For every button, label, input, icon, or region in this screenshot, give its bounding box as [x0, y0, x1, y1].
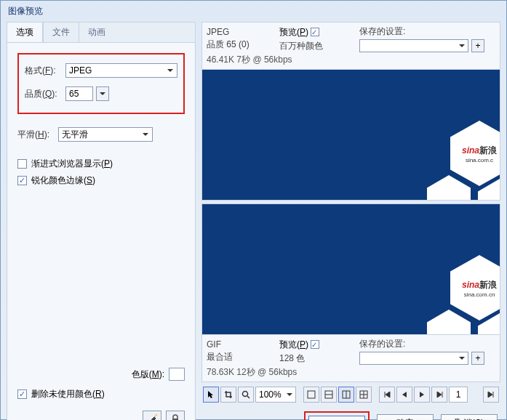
progressive-label: 渐进式浏览器显示(P): [31, 158, 113, 170]
p2-preview-image[interactable]: sina新浪 sina.com.cn: [202, 204, 500, 335]
remove-unused-label: 删除未使用颜色(R): [31, 388, 105, 400]
palette-swatch[interactable]: [169, 368, 185, 381]
quality-dropdown-button[interactable]: [96, 86, 109, 101]
quality-input[interactable]: 65: [65, 86, 93, 101]
p1-preview-image[interactable]: sina新浪 sina.com.c: [202, 69, 500, 200]
left-panel: 选项 文件 动画 格式(F): JPEG 品质(Q): 65: [7, 22, 196, 420]
first-frame-button[interactable]: [379, 387, 395, 403]
p2-stats: 78.63K 12秒 @ 56kbps: [207, 366, 495, 379]
format-select[interactable]: JPEG: [65, 63, 177, 78]
p2-add-preset-button[interactable]: +: [471, 352, 484, 365]
smooth-select[interactable]: 无平滑: [58, 127, 153, 142]
preview-toolbar: 100% 1: [201, 385, 500, 404]
bottom-button-bar: 导出(E)... 确定 取消(C): [201, 407, 500, 420]
tabs: 选项 文件 动画: [7, 23, 195, 43]
p1-quality: 品质 65 (0): [207, 39, 265, 51]
tab-options[interactable]: 选项: [7, 23, 43, 42]
p2-quality: 最合适: [207, 351, 265, 363]
svg-point-0: [154, 416, 156, 417]
p1-saved-select[interactable]: [359, 39, 468, 52]
cancel-button[interactable]: 取消(C): [441, 414, 498, 420]
crop-tool-button[interactable]: [220, 387, 236, 403]
quality-label: 品质(Q):: [25, 88, 65, 100]
export-button[interactable]: 导出(E)...: [308, 416, 365, 420]
p2-colors: 128 色: [279, 352, 345, 365]
window-title: 图像预览: [1, 1, 506, 22]
ok-button[interactable]: 确定: [377, 414, 434, 420]
image-preview-window: 图像预览 选项 文件 动画 格式(F): JPEG 品质(Q): 65: [0, 0, 507, 420]
p2-preview-checkbox[interactable]: [311, 340, 319, 349]
next-frame-button[interactable]: [431, 387, 447, 403]
progressive-checkbox[interactable]: [17, 159, 27, 169]
view-2up-h-button[interactable]: [321, 387, 337, 403]
main-area: 选项 文件 动画 格式(F): JPEG 品质(Q): 65: [1, 22, 506, 420]
p2-saved-label: 保存的设置:: [359, 338, 484, 350]
left-body: 格式(F): JPEG 品质(Q): 65 平滑(H): 无平滑: [7, 43, 195, 420]
p1-stats: 46.41K 7秒 @ 56kbps: [207, 54, 495, 66]
view-2up-v-button[interactable]: [338, 387, 354, 403]
sharpen-checkbox[interactable]: [17, 176, 27, 185]
tab-file[interactable]: 文件: [43, 23, 79, 42]
format-label: 格式(F):: [25, 65, 65, 77]
p1-add-preset-button[interactable]: +: [471, 39, 484, 52]
remove-unused-checkbox[interactable]: [17, 389, 27, 399]
palette-label: 色版(M):: [132, 368, 164, 381]
p2-saved-select[interactable]: [359, 352, 468, 365]
tab-anim[interactable]: 动画: [79, 23, 114, 42]
p1-format: JPEG: [207, 27, 265, 37]
svg-point-1: [156, 414, 157, 416]
smooth-label: 平滑(H):: [17, 129, 58, 141]
pointer-tool-button[interactable]: [203, 387, 219, 403]
preview-block-jpeg: JPEG 品质 65 (0) 预览(P) 百万种颜色 保存的设置: +: [201, 22, 500, 201]
frame-number-field[interactable]: 1: [449, 387, 468, 403]
preview-block-gif: sina新浪 sina.com.cn GIF 最合适 预览(P): [201, 203, 500, 382]
p2-preview-toggle-label: 预览(P): [279, 339, 345, 351]
svg-line-4: [247, 396, 249, 398]
p1-preview-checkbox[interactable]: [311, 28, 319, 36]
p1-colors: 百万种颜色: [279, 40, 345, 52]
p2-format: GIF: [207, 339, 265, 350]
magic-wand-button[interactable]: [143, 411, 161, 420]
sharpen-checkbox-row[interactable]: 锐化颜色边缘(S): [17, 174, 185, 187]
sharpen-label: 锐化颜色边缘(S): [31, 174, 95, 187]
view-1up-button[interactable]: [303, 387, 319, 403]
highlight-export: 导出(E)...: [304, 411, 370, 420]
last-frame-button[interactable]: [483, 387, 499, 403]
remove-unused-row[interactable]: 删除未使用颜色(R): [17, 388, 185, 400]
prev-frame-button[interactable]: [396, 387, 412, 403]
zoom-select[interactable]: 100%: [255, 387, 296, 403]
p1-preview-toggle-label: 预览(P): [279, 26, 345, 39]
highlight-format-quality: 格式(F): JPEG 品质(Q): 65: [17, 53, 185, 114]
svg-rect-5: [308, 391, 315, 398]
p1-saved-label: 保存的设置:: [359, 25, 484, 38]
progressive-checkbox-row[interactable]: 渐进式浏览器显示(P): [17, 158, 185, 170]
play-button[interactable]: [414, 387, 430, 403]
right-panel: JPEG 品质 65 (0) 预览(P) 百万种颜色 保存的设置: +: [201, 22, 500, 420]
lock-button[interactable]: [166, 411, 185, 420]
view-4up-button[interactable]: [356, 387, 372, 403]
svg-point-3: [243, 392, 248, 397]
zoom-tool-button[interactable]: [238, 387, 254, 403]
